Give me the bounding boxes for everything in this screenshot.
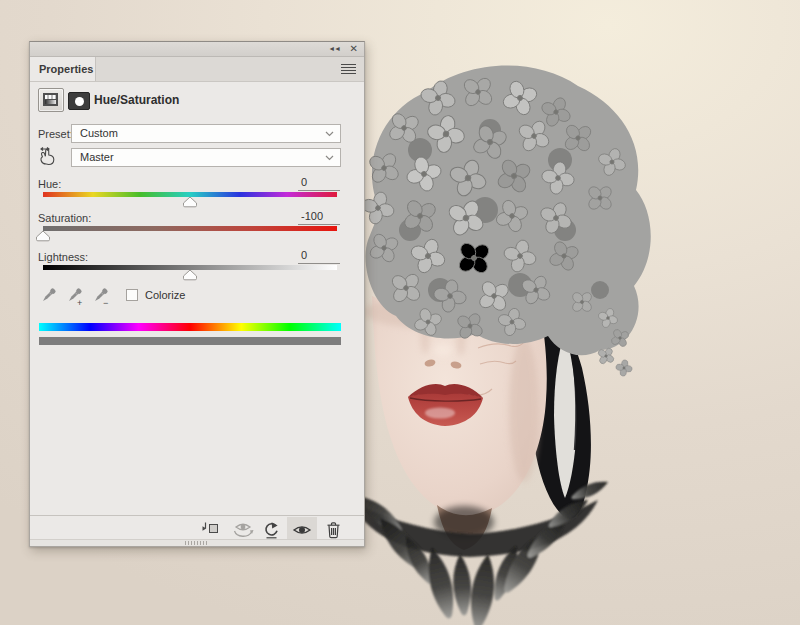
chevron-down-icon	[325, 131, 334, 137]
hue-slider-track[interactable]	[43, 192, 337, 197]
preset-value: Custom	[80, 127, 118, 139]
eyedropper-minus-icon[interactable]: −	[90, 286, 110, 307]
chevron-down-icon	[325, 155, 334, 161]
lightness-slider-thumb[interactable]	[182, 269, 198, 281]
close-icon[interactable]: ✕	[350, 43, 358, 54]
hue-saturation-adjustment-button[interactable]	[38, 88, 64, 112]
canvas-photo	[320, 50, 670, 625]
adjusted-result-ramp	[39, 337, 341, 345]
svg-text:−: −	[103, 298, 108, 307]
colorize-label: Colorize	[145, 289, 185, 301]
lightness-slider-track[interactable]	[43, 265, 337, 270]
eye-icon	[292, 523, 312, 537]
panel-menu-icon[interactable]	[341, 64, 356, 74]
preset-label: Preset:	[38, 128, 73, 140]
channel-value: Master	[80, 151, 114, 163]
targeted-adjustment-tool-icon[interactable]	[39, 146, 58, 166]
saturation-label: Saturation:	[38, 212, 91, 224]
saturation-value-field[interactable]: -100	[298, 210, 340, 225]
panel-resize-edge[interactable]	[30, 539, 364, 546]
svg-text:+: +	[77, 298, 82, 307]
clip-to-layer-icon[interactable]	[201, 521, 219, 537]
hue-saturation-icon	[43, 93, 58, 106]
eyedropper-plus-icon[interactable]: +	[64, 286, 84, 307]
delete-trash-icon[interactable]	[326, 521, 341, 539]
saturation-slider-track[interactable]	[43, 226, 337, 231]
resize-grip[interactable]	[185, 541, 209, 545]
colorize-checkbox[interactable]	[126, 289, 138, 301]
hue-label: Hue:	[38, 178, 61, 190]
collapse-to-icons-button[interactable]: ◄◄	[328, 45, 340, 52]
properties-panel: ◄◄ ✕ Properties Hue/Saturation Preset: C…	[29, 41, 365, 547]
eyedropper-icon[interactable]	[38, 286, 58, 307]
saturation-slider-thumb[interactable]	[35, 230, 51, 242]
hue-value-field[interactable]: 0	[298, 176, 340, 191]
panel-tab-bar: Properties	[30, 57, 364, 82]
tab-properties[interactable]: Properties	[30, 57, 96, 81]
adjustment-title: Hue/Saturation	[94, 93, 179, 107]
hue-slider-thumb[interactable]	[182, 196, 198, 208]
lightness-label: Lightness:	[38, 251, 88, 263]
lightness-value-field[interactable]: 0	[298, 249, 340, 264]
view-previous-state-icon[interactable]	[233, 521, 256, 538]
hue-reference-ramp	[39, 323, 341, 331]
panel-titlebar[interactable]: ◄◄ ✕	[30, 42, 364, 57]
channel-dropdown[interactable]: Master	[71, 148, 341, 167]
layer-mask-icon[interactable]	[68, 92, 90, 110]
photoshop-workspace: { "titlebar": { "collapse_glyph": "◄◄", …	[0, 0, 800, 625]
reset-icon[interactable]	[263, 521, 280, 539]
preset-dropdown[interactable]: Custom	[71, 124, 341, 143]
